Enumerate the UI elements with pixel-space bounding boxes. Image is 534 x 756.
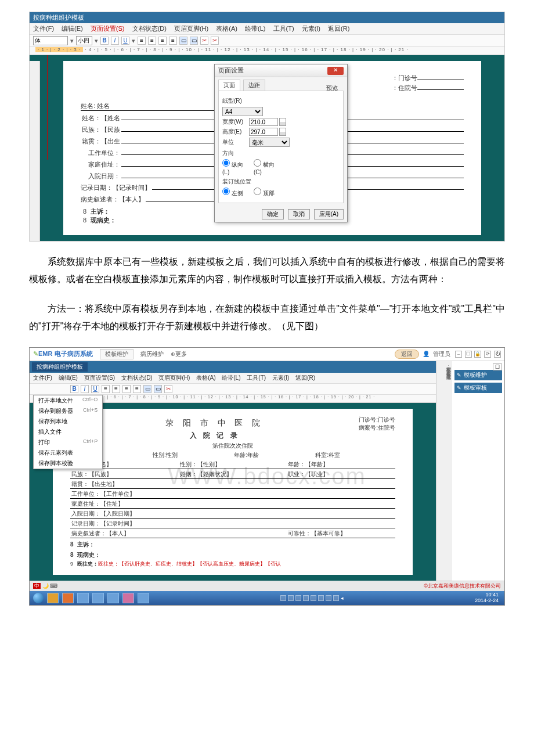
menu2-tools[interactable]: 工具(T) bbox=[247, 375, 266, 381]
orient-portrait[interactable]: 纵向(L) bbox=[222, 159, 249, 175]
refresh-icon[interactable]: ⟳ bbox=[484, 351, 491, 358]
align-icon-2[interactable]: ≡ bbox=[102, 385, 110, 393]
menu2-return[interactable]: 返回(R) bbox=[295, 375, 315, 381]
close-icon[interactable]: ✕ bbox=[327, 67, 344, 75]
rbtn-template-review[interactable]: 模板审核 bbox=[454, 383, 502, 393]
fontsize-select[interactable] bbox=[76, 36, 92, 45]
menu-file[interactable]: 文件(F) bbox=[33, 25, 54, 32]
taskbar-app-4[interactable] bbox=[92, 593, 104, 603]
tray-icon[interactable] bbox=[280, 595, 286, 601]
menu-return[interactable]: 返回(R) bbox=[328, 25, 349, 32]
cancel-button[interactable]: 取消 bbox=[288, 209, 310, 219]
align-justify-icon[interactable]: ≡ bbox=[169, 37, 177, 45]
taskbar-clock[interactable]: 10:41 2014-2-24 bbox=[475, 592, 501, 604]
tray-icon[interactable] bbox=[295, 595, 301, 601]
menu-docstate[interactable]: 文档状态(D) bbox=[132, 25, 167, 32]
file-save-local[interactable]: 保存到本地 bbox=[34, 416, 102, 427]
width-spinner[interactable] bbox=[279, 118, 286, 126]
align-right-icon[interactable]: ≡ bbox=[158, 37, 167, 45]
height-spinner[interactable] bbox=[279, 128, 286, 136]
menu-element[interactable]: 元素(I) bbox=[302, 25, 320, 32]
ime-extra-icon[interactable]: 🌙 bbox=[42, 583, 49, 589]
collapse-icon[interactable]: ☐ bbox=[493, 363, 502, 370]
tray-icon[interactable] bbox=[333, 595, 339, 601]
file-save-script[interactable]: 保存脚本校验 bbox=[34, 458, 102, 469]
menu2-element[interactable]: 元素(I) bbox=[272, 375, 289, 381]
font-select[interactable] bbox=[33, 36, 68, 45]
paste-icon[interactable]: ✂ bbox=[211, 37, 219, 45]
taskbar-app-7[interactable] bbox=[138, 593, 149, 603]
paper-select[interactable]: A4 bbox=[222, 107, 263, 116]
tray-icon[interactable] bbox=[311, 595, 316, 601]
taskbar-app-2[interactable] bbox=[62, 593, 74, 603]
align-center-icon[interactable]: ≡ bbox=[148, 37, 156, 45]
tray-icon[interactable] bbox=[303, 595, 309, 601]
topnav-more[interactable]: ⊕更多 bbox=[171, 350, 187, 358]
align-icon-2d[interactable]: ≡ bbox=[133, 385, 141, 393]
power-icon[interactable]: ⏻ bbox=[494, 351, 501, 358]
underline-button-2[interactable]: U bbox=[91, 385, 99, 393]
tray-chevron-icon[interactable]: ◂ bbox=[341, 595, 344, 601]
doc-tab[interactable]: 按病种组维护模板 bbox=[32, 362, 88, 372]
topnav-record[interactable]: 病历维护 bbox=[140, 350, 164, 358]
menu-page-setup[interactable]: 页面设置(S) bbox=[91, 25, 125, 32]
unit-select[interactable]: 毫米 bbox=[249, 138, 290, 147]
bold-button-2[interactable]: B bbox=[70, 385, 78, 393]
menu2-edit[interactable]: 编辑(E) bbox=[59, 375, 78, 381]
file-save-server[interactable]: 保存到服务器Ctrl+S bbox=[34, 406, 102, 416]
back-pill[interactable]: 返回 bbox=[395, 350, 419, 359]
box-icon-2b[interactable]: ▭ bbox=[154, 385, 162, 393]
topnav-template[interactable]: 模板维护 bbox=[100, 349, 134, 359]
taskbar-app-5[interactable] bbox=[107, 593, 119, 603]
bind-top[interactable]: 顶部 bbox=[254, 188, 280, 197]
file-save-elements[interactable]: 保存元素列表 bbox=[34, 448, 102, 458]
align-icon-2c[interactable]: ≡ bbox=[122, 385, 131, 393]
lock-icon[interactable]: 🔒 bbox=[474, 351, 481, 358]
menu-draw[interactable]: 绘带(L) bbox=[245, 25, 265, 32]
max-icon[interactable]: ☐ bbox=[465, 351, 472, 358]
bind-left[interactable]: 左侧 bbox=[222, 188, 249, 197]
rbtn-template-maint[interactable]: 模板维护 bbox=[454, 370, 502, 380]
apply-button[interactable]: 应用(A) bbox=[314, 209, 344, 219]
tab-page[interactable]: 页面 bbox=[218, 80, 240, 91]
menu2-draw[interactable]: 绘带(L) bbox=[222, 375, 240, 381]
file-insert[interactable]: 插入文件 bbox=[34, 427, 102, 437]
width-input[interactable] bbox=[249, 118, 278, 126]
tray-icon[interactable] bbox=[326, 595, 331, 601]
menu-table[interactable]: 表格(A) bbox=[216, 25, 237, 32]
menu2-file[interactable]: 文件(F) bbox=[33, 375, 52, 381]
align-left-icon[interactable]: ≡ bbox=[138, 37, 146, 45]
ok-button[interactable]: 确定 bbox=[262, 209, 284, 219]
menu-tools[interactable]: 工具(T) bbox=[273, 25, 294, 32]
taskbar-app-1[interactable] bbox=[47, 593, 59, 603]
menu2-table[interactable]: 表格(A) bbox=[196, 375, 215, 381]
tray-icon[interactable] bbox=[318, 595, 324, 601]
taskbar-app-6[interactable] bbox=[122, 593, 134, 603]
menu-headerfooter[interactable]: 页眉页脚(H) bbox=[174, 25, 208, 32]
box-icon-2[interactable]: ▭ bbox=[143, 385, 151, 393]
underline-button[interactable]: U bbox=[121, 37, 129, 45]
file-print[interactable]: 打印Ctrl+P bbox=[34, 437, 102, 448]
min-icon[interactable]: – bbox=[455, 351, 462, 358]
tray-icon[interactable] bbox=[288, 595, 294, 601]
ime-kbd-icon[interactable]: ⌨ bbox=[50, 583, 57, 589]
bold-button[interactable]: B bbox=[100, 37, 109, 45]
menu2-docstate[interactable]: 文档状态(D) bbox=[121, 375, 153, 381]
merge-icon[interactable]: ▭ bbox=[179, 37, 187, 45]
ime-icon[interactable]: 中 bbox=[33, 583, 41, 589]
start-button[interactable] bbox=[33, 593, 44, 603]
cut-icon[interactable]: ✂ bbox=[200, 37, 208, 45]
orient-landscape[interactable]: 横向(C) bbox=[254, 159, 280, 175]
align-icon-2b[interactable]: ≡ bbox=[112, 385, 120, 393]
height-input[interactable] bbox=[249, 128, 278, 136]
taskbar-app-3[interactable] bbox=[77, 593, 89, 603]
cut-icon-2[interactable]: ✂ bbox=[164, 385, 172, 393]
italic-button-2[interactable]: I bbox=[81, 385, 89, 393]
italic-button[interactable]: I bbox=[111, 37, 119, 45]
tab-margin[interactable]: 边距 bbox=[243, 80, 265, 91]
split-icon[interactable]: ▭ bbox=[190, 37, 198, 45]
menu-edit[interactable]: 编辑(E) bbox=[62, 25, 83, 32]
file-open-local[interactable]: 打开本地文件Ctrl+O bbox=[34, 395, 102, 406]
menu2-pagesetup[interactable]: 页面设置(S) bbox=[84, 375, 115, 381]
menu2-headerfooter[interactable]: 页眉页脚(H) bbox=[158, 375, 190, 381]
